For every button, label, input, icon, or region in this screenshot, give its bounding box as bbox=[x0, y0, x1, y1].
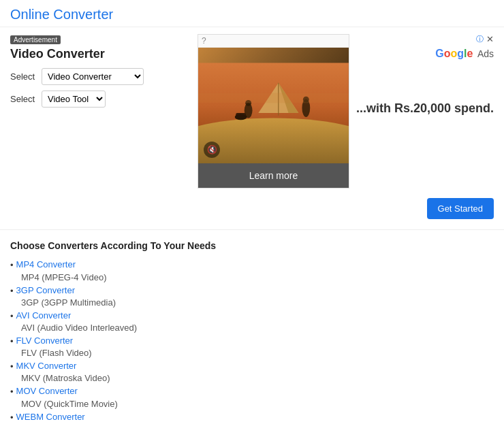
list-item: •MP4 ConverterMP4 (MPEG-4 Video) bbox=[10, 259, 494, 282]
list-item: •FLV ConverterFLV (Flash Video) bbox=[10, 335, 494, 358]
converter-sub-text: 3GP (3GPP Multimedia) bbox=[10, 297, 494, 308]
list-item: •3GP Converter3GP (3GPP Multimedia) bbox=[10, 285, 494, 308]
select2-row: Select Video Tool Audio Tool Image Tool bbox=[10, 91, 191, 108]
bullet-icon: • bbox=[10, 335, 14, 348]
ad-image: 🔇 bbox=[198, 48, 349, 163]
list-item: •WEBM ConverterWebM (WebM Video) bbox=[10, 412, 494, 426]
ad-controls: ⓘ ✕ bbox=[356, 34, 494, 44]
select2-label: Select bbox=[10, 94, 37, 104]
select2-dropdown[interactable]: Video Tool Audio Tool Image Tool bbox=[42, 91, 106, 108]
bullet-icon: • bbox=[10, 386, 14, 398]
converter-list: •MP4 ConverterMP4 (MPEG-4 Video)•3GP Con… bbox=[10, 259, 494, 426]
get-started-button[interactable]: Get Started bbox=[427, 198, 494, 219]
list-item: •MKV ConverterMKV (Matroska Video) bbox=[10, 361, 494, 383]
page-title: Online Converter bbox=[10, 7, 113, 22]
converter-link[interactable]: 3GP Converter bbox=[16, 285, 75, 295]
header: Online Converter bbox=[0, 0, 504, 27]
svg-rect-10 bbox=[236, 113, 246, 117]
right-ad-panel: ⓘ ✕ Google Ads ...with Rs.20,000 spend. … bbox=[356, 34, 494, 219]
list-item: •MOV ConverterMOV (QuickTime Movie) bbox=[10, 386, 494, 408]
bullet-icon: • bbox=[10, 412, 14, 424]
converter-link[interactable]: MKV Converter bbox=[16, 361, 77, 371]
choose-title: Choose Converters According To Your Need… bbox=[10, 240, 494, 251]
close-icon[interactable]: ✕ bbox=[486, 34, 494, 44]
converter-sub-text: MOV (QuickTime Movie) bbox=[10, 399, 494, 409]
converter-sub-text: MKV (Matroska Video) bbox=[10, 373, 494, 383]
ad-badge: Advertisement bbox=[10, 35, 61, 44]
converter-link[interactable]: WEBM Converter bbox=[16, 412, 85, 422]
converter-sub-text: FLV (Flash Video) bbox=[10, 348, 494, 358]
converter-sub-text: MP4 (MPEG-4 Video) bbox=[10, 272, 494, 282]
converter-link[interactable]: MP4 Converter bbox=[16, 259, 76, 269]
video-converter-title: Video Converter bbox=[10, 47, 191, 61]
question-icon[interactable]: ? bbox=[202, 36, 206, 46]
info-icon[interactable]: ⓘ bbox=[476, 34, 484, 44]
svg-rect-11 bbox=[198, 93, 349, 103]
ad-area: ? bbox=[198, 34, 349, 219]
converter-sub-text: AVI (Audio Video Interleaved) bbox=[10, 323, 494, 333]
bullet-icon: • bbox=[10, 361, 14, 373]
converter-link[interactable]: AVI Converter bbox=[16, 310, 72, 321]
divider bbox=[0, 229, 504, 230]
select1-row: Select Video Converter Audio Converter I… bbox=[10, 68, 191, 85]
mute-icon: 🔇 bbox=[207, 145, 217, 154]
left-panel: Advertisement Video Converter Select Vid… bbox=[10, 34, 191, 219]
ad-container: ? bbox=[198, 34, 349, 189]
list-item: •AVI ConverterAVI (Audio Video Interleav… bbox=[10, 310, 494, 333]
converter-link[interactable]: MOV Converter bbox=[16, 386, 78, 396]
ad-top-bar: ? bbox=[198, 35, 349, 48]
converter-link[interactable]: FLV Converter bbox=[16, 335, 74, 346]
mute-button[interactable]: 🔇 bbox=[204, 142, 220, 158]
bullet-icon: • bbox=[10, 285, 14, 297]
select1-label: Select bbox=[10, 71, 37, 82]
ad-promo-text: ...with Rs.20,000 spend. bbox=[356, 101, 494, 116]
bullet-icon: • bbox=[10, 310, 14, 323]
google-ads-logo: Google Ads bbox=[356, 48, 494, 60]
svg-point-1 bbox=[198, 118, 349, 163]
choose-section: Choose Converters According To Your Need… bbox=[0, 233, 504, 426]
top-section: Advertisement Video Converter Select Vid… bbox=[0, 27, 504, 226]
bullet-icon: • bbox=[10, 259, 14, 272]
learn-more-button[interactable]: Learn more bbox=[198, 163, 349, 188]
select1-dropdown[interactable]: Video Converter Audio Converter Image Co… bbox=[42, 68, 144, 85]
